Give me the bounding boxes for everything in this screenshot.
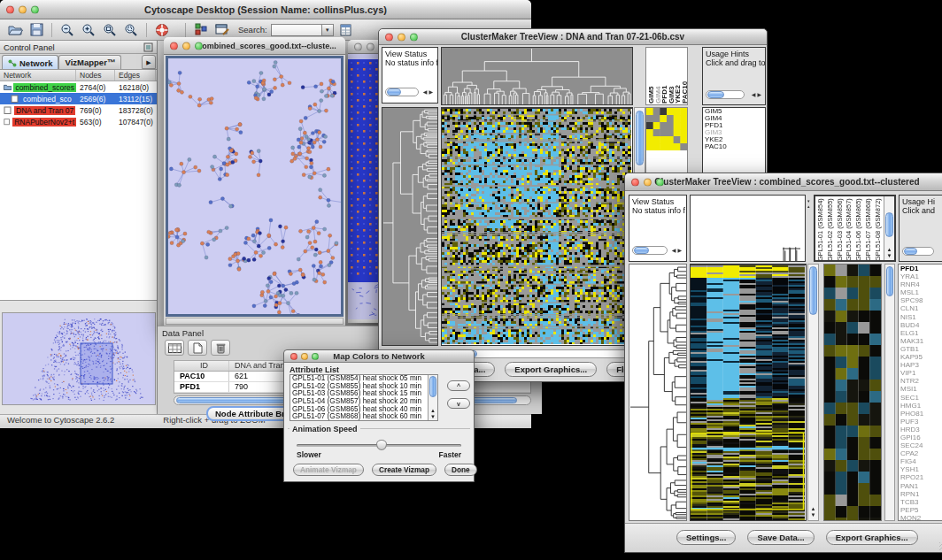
zoom-selected-icon[interactable] (122, 21, 140, 38)
close-button[interactable] (6, 5, 14, 13)
gene-label[interactable]: FIG4 (899, 457, 942, 465)
scroll-arrows[interactable]: ▲▼ (808, 506, 818, 518)
gene-label[interactable]: PAN1 (899, 482, 942, 490)
gene-label[interactable]: RPN1 (899, 490, 942, 498)
t2-status-scrollbar[interactable] (632, 246, 668, 255)
network-titlebar[interactable]: combined_scores_good.txt--cluste... (164, 37, 345, 55)
table-grid-icon[interactable] (165, 340, 184, 356)
attribute-list-vscrollbar[interactable]: ▲▼ (428, 375, 437, 420)
scroll-thumb[interactable] (387, 88, 401, 96)
treeview1-titlebar[interactable]: ClusterMaker TreeView : DNA and Tran 07-… (379, 29, 767, 45)
t1-row-dendrogram[interactable] (382, 107, 438, 346)
treeview2-titlebar[interactable]: ClusterMaker TreeView : combined_scores_… (625, 173, 942, 191)
pane-arrows[interactable]: ▾▴ (807, 198, 812, 209)
minimize-button[interactable] (301, 353, 308, 360)
t2-detail-vscrollbar[interactable] (884, 264, 895, 521)
close-button[interactable] (170, 42, 178, 50)
search-dropdown-button[interactable]: ▼ (322, 24, 334, 36)
close-button[interactable] (354, 42, 362, 50)
search-input[interactable] (271, 24, 322, 36)
create-vizmap-button[interactable]: Create Vizmap (372, 464, 436, 476)
gene-label[interactable]: SEC1 (899, 394, 942, 402)
gene-label[interactable]: YSH1 (899, 465, 942, 473)
scroll-thumb[interactable] (904, 248, 917, 255)
window-controls[interactable] (6, 5, 39, 13)
gene-label[interactable]: PUF3 (899, 418, 942, 426)
gene-label[interactable]: NTR2 (899, 377, 942, 385)
tab-overflow-arrow[interactable]: ▶ (142, 55, 156, 69)
gene-label[interactable]: SEC24 (899, 441, 942, 449)
t2-heatmap[interactable] (690, 264, 807, 521)
gene-label[interactable]: PEP5 (899, 506, 942, 514)
help-lifesaver-icon[interactable] (153, 21, 171, 38)
scroll-thumb[interactable] (885, 212, 893, 237)
gene-label[interactable]: HMG1 (899, 402, 942, 410)
network-list-row[interactable]: combined_sco 2569(6) 13112(15) (0, 93, 157, 104)
treeview-button[interactable]: Settings... (676, 530, 736, 545)
gene-label[interactable]: PFD1 (899, 265, 942, 272)
scroll-arrows[interactable]: ◀▶ (672, 247, 683, 253)
import-table-icon[interactable] (337, 21, 355, 38)
gene-label[interactable]: RPO21 (899, 473, 942, 481)
scroll-arrows[interactable]: ◀▶ (423, 88, 435, 95)
t2-labels-vscrollbar[interactable]: ▲▼ (884, 196, 894, 260)
zoom-button[interactable] (312, 353, 319, 360)
main-titlebar[interactable]: Cytoscape Desktop (Session Name: collins… (0, 0, 531, 19)
treeview-button[interactable]: Export Graphics... (826, 530, 918, 545)
scroll-arrows[interactable]: ▲▼ (429, 408, 437, 420)
open-file-icon[interactable] (6, 21, 24, 38)
slider-thumb[interactable] (376, 440, 387, 450)
gene-label[interactable]: MON2 (899, 514, 942, 521)
gene-label[interactable]: VIP1 (899, 369, 942, 377)
float-panel-icon[interactable] (143, 42, 153, 54)
scroll-thumb[interactable] (886, 266, 893, 296)
minimize-button[interactable] (367, 42, 374, 50)
gene-label[interactable]: SPC98 (899, 296, 942, 304)
zoom-in-icon[interactable] (80, 21, 97, 38)
trash-icon[interactable] (211, 340, 230, 356)
new-document-icon[interactable] (188, 340, 207, 356)
gene-label[interactable]: RNR4 (899, 280, 942, 288)
minimize-button[interactable] (182, 42, 190, 50)
attribute-list-item[interactable]: GPL51-07 (GSM868) heat shock 60 min (290, 413, 437, 421)
move-down-button[interactable]: v (447, 398, 470, 409)
t1-status-scrollbar[interactable] (385, 88, 419, 96)
gene-label[interactable]: NIS1 (899, 313, 942, 321)
animate-vizmap-button[interactable]: Animate Vizmap (293, 464, 364, 476)
birdseye-overview[interactable] (2, 312, 156, 405)
close-button[interactable] (290, 353, 297, 360)
network-list-row[interactable]: RNAPuberNov2+t 563(0) 107847(0) (0, 116, 157, 127)
network-list-row[interactable]: DNA and Tran 07 769(0) 183728(0) (0, 104, 157, 116)
t2-hints-scrollbar[interactable] (902, 247, 934, 256)
scroll-thumb[interactable] (809, 266, 817, 315)
zoom-fit-icon[interactable] (101, 21, 119, 38)
birdseye-canvas[interactable] (3, 313, 155, 404)
gene-label[interactable]: GTB1 (899, 345, 942, 353)
t2-detail-heatmap[interactable] (823, 264, 882, 521)
gene-label[interactable]: YRA1 (899, 272, 942, 280)
network-canvas[interactable] (168, 58, 341, 314)
network-list-row[interactable]: combined_scores 2764(0) 16218(0) (0, 81, 157, 93)
t2-heatmap-vscrollbar[interactable]: ▲▼ (807, 264, 819, 521)
gene-label[interactable]: CPA2 (899, 449, 942, 457)
gene-label[interactable]: PHO81 (899, 410, 942, 418)
t1-correlation-matrix[interactable] (646, 108, 687, 150)
scroll-arrows[interactable]: ▲▼ (884, 247, 894, 259)
scroll-arrows[interactable]: ◀▶ (752, 91, 763, 97)
tab-vizmapper[interactable]: VizMapper™ (58, 55, 121, 69)
dialog-titlebar[interactable]: Map Colors to Network (284, 350, 474, 363)
scroll-thumb[interactable] (634, 247, 649, 254)
close-button[interactable] (631, 178, 639, 186)
zoom-button[interactable] (31, 5, 39, 13)
t2-column-dendrogram[interactable] (690, 195, 806, 262)
network-hscrollbar[interactable] (166, 318, 344, 325)
minimize-button[interactable] (19, 5, 27, 13)
save-icon[interactable] (27, 21, 45, 38)
edit-window-icon[interactable] (213, 21, 231, 38)
gene-label[interactable]: MSI1 (899, 385, 942, 393)
gene-label[interactable]: CLN1 (899, 304, 942, 312)
t1-heatmap[interactable] (441, 107, 633, 346)
gene-label[interactable]: MSL1 (899, 288, 942, 296)
gene-label[interactable]: MAK31 (899, 337, 942, 345)
zoom-button[interactable] (410, 33, 418, 41)
